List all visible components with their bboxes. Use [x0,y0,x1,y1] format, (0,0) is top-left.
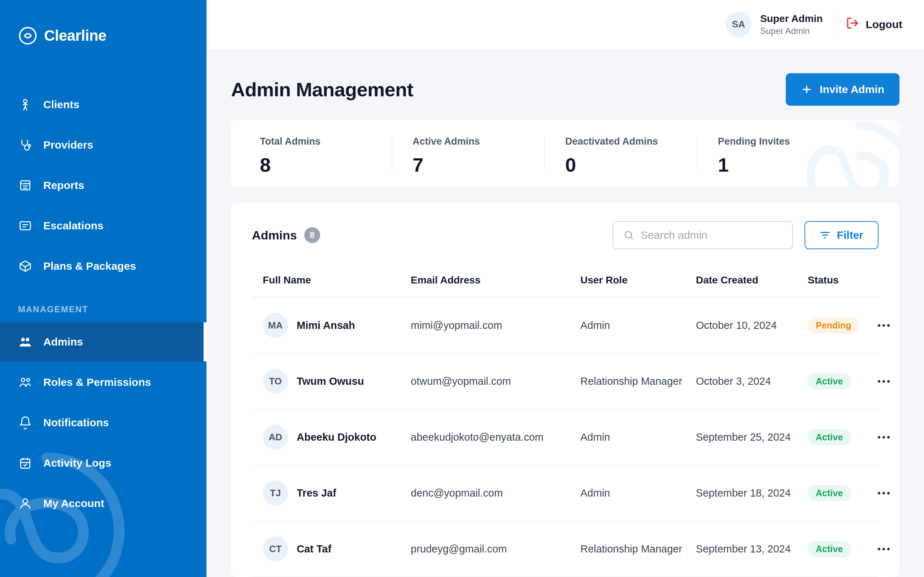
row-status: Pending [808,318,873,334]
status-pill: Active [808,485,851,501]
name-cell: AD Abeeku Djokoto [263,424,411,450]
admins-table: Full Name Email Address User Role Date C… [252,264,879,577]
table-row[interactable]: AD Abeeku Djokoto abeekudjokoto@enyata.c… [252,409,879,465]
row-date: September 25, 2024 [696,431,808,443]
row-name: Mimi Ansah [297,319,355,331]
plans-icon [18,259,32,273]
svg-rect-9 [21,459,30,468]
more-actions-button[interactable] [873,548,894,550]
user-role: Super Admin [760,26,822,36]
nav-item-providers[interactable]: Providers [0,126,207,164]
col-header-date: Date Created [696,274,808,286]
row-date: October 10, 2024 [696,319,808,331]
bell-icon [18,416,32,430]
nav-label: Roles & Permissions [43,376,151,388]
sidebar-nav: Clients Providers Reports Escalations [0,63,207,523]
topbar: SA Super Admin Super Admin Logout [207,0,924,49]
row-status: Active [808,373,873,390]
stat-value: 8 [260,154,409,176]
nav-label: Reports [43,179,84,192]
search-input[interactable] [641,229,782,241]
more-actions-button[interactable] [873,436,894,438]
table-row[interactable]: TJ Tres Jaf denc@yopmail.com Admin Septe… [252,465,879,521]
logout-button[interactable]: Logout [846,16,902,32]
row-actions [873,436,894,438]
logout-icon [846,16,859,32]
nav-label: Plans & Packages [43,260,136,272]
nav-label: Notifications [43,416,109,429]
stat-label: Total Admins [260,136,409,147]
row-role: Relationship Manager [580,543,696,555]
status-pill: Active [808,373,851,390]
admins-controls: Filter [612,221,879,249]
row-email: mimi@yopmail.com [411,319,580,331]
table-row[interactable]: CT Cat Taf prudeyg@gmail.com Relationshi… [252,521,879,577]
table-row[interactable]: MA Mimi Ansah mimi@yopmail.com Admin Oct… [252,298,879,353]
row-email: prudeyg@gmail.com [411,543,580,555]
providers-icon [18,138,32,152]
row-actions [873,380,894,383]
row-actions [873,324,894,327]
row-role: Relationship Manager [580,376,696,387]
filter-label: Filter [837,229,863,241]
row-role: Admin [580,487,696,499]
more-actions-button[interactable] [873,380,894,383]
nav-item-admins[interactable]: Admins [0,322,207,361]
page-title: Admin Management [231,78,413,101]
account-icon [18,496,32,511]
stat-value: 7 [412,154,562,176]
nav-item-roles[interactable]: Roles & Permissions [0,363,207,402]
row-date: September 13, 2024 [696,543,808,555]
user-block[interactable]: SA Super Admin Super Admin [725,11,822,37]
name-cell: TJ Tres Jaf [263,480,411,506]
svg-point-11 [625,232,632,238]
admins-count-pill: 8 [304,227,320,243]
row-name: Tres Jaf [297,487,336,499]
more-actions-button[interactable] [873,324,894,327]
search-box[interactable] [612,221,793,249]
svg-point-7 [21,378,24,382]
row-avatar: TJ [263,480,288,506]
admins-title: Admins [252,228,297,242]
svg-point-1 [23,100,27,103]
row-email: denc@yopmail.com [411,487,580,499]
clients-icon [18,97,32,112]
stat-pending: Pending Invites 1 [718,136,871,171]
svg-point-8 [27,379,30,382]
col-header-name: Full Name [263,274,411,286]
nav-item-activity-logs[interactable]: Activity Logs [0,443,207,482]
nav-item-my-account[interactable]: My Account [0,484,207,523]
nav-label: My Account [43,497,104,509]
main-content: SA Super Admin Super Admin Logout Admin … [207,0,924,577]
nav-item-clients[interactable]: Clients [0,85,207,124]
nav-item-plans[interactable]: Plans & Packages [0,247,207,285]
activity-logs-icon [18,456,32,470]
stat-total: Total Admins 8 [260,136,412,171]
nav-item-reports[interactable]: Reports [0,166,207,205]
filter-button[interactable]: Filter [804,221,879,249]
nav-item-escalations[interactable]: Escalations [0,206,207,245]
svg-point-2 [28,144,30,147]
col-header-status: Status [808,274,873,286]
row-role: Admin [580,319,696,331]
row-date: September 18, 2024 [696,487,808,499]
nav-label: Clients [43,98,79,111]
table-row[interactable]: TO Twum Owusu otwum@yopmail.com Relation… [252,353,879,409]
topbar-divider [834,11,835,37]
row-actions [873,548,894,550]
nav-group-management: MANAGEMENT [0,287,207,321]
sidebar: Clearline Clients Providers Reports [0,0,207,577]
roles-icon [18,375,32,390]
reports-icon [18,178,32,193]
name-cell: CT Cat Taf [263,536,411,561]
nav-item-notifications[interactable]: Notifications [0,403,207,442]
search-icon [624,229,634,241]
row-role: Admin [580,431,696,443]
row-email: otwum@yopmail.com [411,376,580,387]
more-actions-button[interactable] [873,492,894,495]
invite-admin-button[interactable]: Invite Admin [786,73,900,106]
row-name: Abeeku Djokoto [297,431,376,443]
name-cell: MA Mimi Ansah [263,313,411,338]
filter-icon [820,230,830,240]
admins-icon [18,335,32,349]
